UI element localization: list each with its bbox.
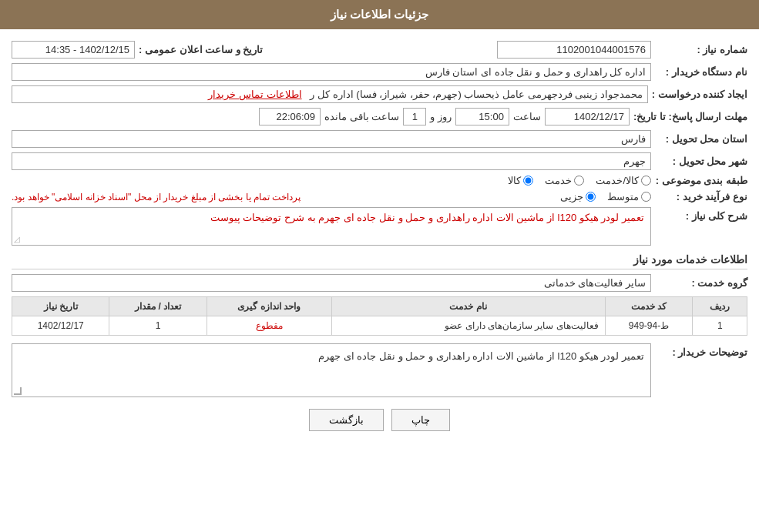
header-title: جزئیات اطلاعات نیاز — [331, 8, 428, 21]
col-unit: واحد اندازه گیری — [207, 297, 331, 316]
radio-kala-label: کالا — [508, 175, 521, 186]
mohlat-day: 1 — [403, 108, 426, 125]
ostan-label: استان محل تحویل : — [655, 133, 747, 145]
noe-farayand-radio-group: متوسط جزیی — [560, 191, 651, 202]
shomara-value: 1102001044001576 — [497, 41, 651, 59]
tawzih-box: تعمیر لودر هیکو l120 از ماشین الات اداره… — [12, 343, 651, 397]
tawzih-label: توضیحات خریدار : — [655, 346, 747, 358]
resize-handle: ◿ — [14, 235, 20, 243]
page-header: جزئیات اطلاعات نیاز — [0, 0, 759, 29]
row-nam-dastgah: نام دستگاه خریدار : اداره کل راهداری و ح… — [12, 63, 747, 81]
cell-code: ط-94-949 — [605, 316, 693, 336]
radio-kala-item: کالا — [508, 175, 533, 186]
nam-dastgah-label: نام دستگاه خریدار : — [655, 66, 747, 78]
tarikh-saaat-label: تاریخ و ساعت اعلان عمومی : — [139, 44, 263, 55]
radio-khedmat-item: خدمت — [545, 175, 584, 186]
row-tabaqe: طبقه بندی موضوعی : کالا/خدمت خدمت کالا — [12, 175, 747, 186]
cell-radif: 1 — [693, 316, 747, 336]
main-content: شماره نیاز : 1102001044001576 تاریخ و سا… — [0, 29, 759, 443]
radio-jozyi-label: جزیی — [560, 191, 583, 202]
shomara-label: شماره نیاز : — [655, 44, 747, 55]
col-radif: ردیف — [693, 297, 747, 316]
sharh-value: تعمیر لودر هیکو l120 از ماشین الات اداره… — [12, 207, 651, 246]
nam-dastgah-value: اداره کل راهداری و حمل و نقل جاده ای است… — [12, 63, 651, 81]
cell-name: فعالیت‌های سایر سازمان‌های دارای عضو — [331, 316, 605, 336]
group-khedmat-value: سایر فعالیت‌های خدماتی — [12, 274, 651, 292]
sharh-label: شرح کلی نیاز : — [655, 210, 747, 222]
remaining-label: ساعت باقی مانده — [324, 111, 399, 122]
mohlat-label: مهلت ارسال پاسخ: تا تاریخ: — [633, 111, 747, 122]
sharh-text: تعمیر لودر هیکو l120 از ماشین الات اداره… — [210, 212, 644, 223]
cell-count: 1 — [109, 316, 207, 336]
tarikh-saaat-value: 1402/12/15 - 14:35 — [12, 41, 135, 59]
col-count: تعداد / مقدار — [109, 297, 207, 316]
row-noe-farayand: نوع فرآیند خرید : متوسط جزیی پرداخت تمام… — [12, 191, 747, 202]
radio-jozyi-item: جزیی — [560, 191, 596, 202]
col-code: کد خدمت — [605, 297, 693, 316]
radio-motavasset-label: متوسط — [607, 191, 639, 202]
radio-motavasset[interactable] — [641, 192, 651, 202]
row-shahr: شهر محل تحویل : جهرم — [12, 152, 747, 170]
tawzih-text: تعمیر لودر هیکو l120 از ماشین الات اداره… — [318, 350, 644, 362]
row-ijad-konande: ایجاد کننده درخواست : محمدجواد زینبی فرد… — [12, 85, 747, 103]
shahr-value: جهرم — [12, 152, 651, 170]
tamas-link[interactable]: اطلاعات تماس خریدار — [208, 89, 301, 100]
back-button[interactable]: بازگشت — [309, 409, 384, 431]
services-section-title: اطلاعات خدمات مورد نیاز — [12, 253, 747, 269]
col-date: تاریخ نیاز — [12, 297, 109, 316]
print-button[interactable]: چاپ — [391, 409, 450, 431]
button-row: چاپ بازگشت — [12, 409, 747, 431]
radio-kala-khedmat-item: کالا/خدمت — [596, 175, 651, 186]
tabaqe-radio-group: کالا/خدمت خدمت کالا — [508, 175, 651, 186]
col-name: نام خدمت — [331, 297, 605, 316]
radio-khedmat-label: خدمت — [545, 175, 572, 186]
shahr-label: شهر محل تحویل : — [655, 156, 747, 167]
day-label: روز و — [430, 111, 452, 122]
time-label: ساعت — [513, 111, 541, 122]
mohlat-time: 15:00 — [455, 108, 509, 125]
row-sharh: شرح کلی نیاز : تعمیر لودر هیکو l120 از م… — [12, 207, 747, 246]
radio-kala-khedmat[interactable] — [641, 176, 651, 186]
group-khedmat-label: گروه خدمت : — [655, 277, 747, 289]
notice-text: پرداخت تمام یا بخشی از مبلغ خریدار از مح… — [12, 192, 301, 202]
services-table: ردیف کد خدمت نام خدمت واحد اندازه گیری ت… — [12, 296, 747, 336]
radio-kala-khedmat-label: کالا/خدمت — [596, 175, 639, 186]
row-group-khedmat: گروه خدمت : سایر فعالیت‌های خدماتی — [12, 274, 747, 292]
noe-farayand-label: نوع فرآیند خرید : — [655, 191, 747, 202]
row-ostan: استان محل تحویل : فارس — [12, 130, 747, 148]
services-table-section: ردیف کد خدمت نام خدمت واحد اندازه گیری ت… — [12, 296, 747, 336]
cell-unit: مقطوع — [207, 316, 331, 336]
ostan-value: فارس — [12, 130, 651, 148]
cell-date: 1402/12/17 — [12, 316, 109, 336]
radio-khedmat[interactable] — [574, 176, 584, 186]
radio-jozyi[interactable] — [586, 192, 596, 202]
mohlat-date: 1402/12/17 — [545, 108, 630, 125]
row-shomara-tarikh: شماره نیاز : 1102001044001576 تاریخ و سا… — [12, 41, 747, 59]
ijad-label: ایجاد کننده درخواست : — [652, 89, 747, 100]
row-tawzih: توضیحات خریدار : تعمیر لودر هیکو l120 از… — [12, 343, 747, 397]
ijad-text: محمدجواد زینبی فردجهرمی عامل ذیحساب (جهر… — [310, 89, 642, 100]
radio-motavasset-item: متوسط — [607, 191, 651, 202]
radio-kala[interactable] — [523, 176, 533, 186]
tabaqe-label: طبقه بندی موضوعی : — [655, 175, 747, 186]
row-mohlat: مهلت ارسال پاسخ: تا تاریخ: 1402/12/17 سا… — [12, 108, 747, 125]
page-container: جزئیات اطلاعات نیاز شماره نیاز : 1102001… — [0, 0, 759, 532]
table-row: 1ط-94-949فعالیت‌های سایر سازمان‌های دارا… — [12, 316, 747, 336]
ijad-value: محمدجواد زینبی فردجهرمی عامل ذیحساب (جهر… — [12, 85, 648, 103]
mohlat-remaining: 22:06:09 — [259, 108, 321, 125]
resize-handle-tawzih — [14, 387, 22, 395]
